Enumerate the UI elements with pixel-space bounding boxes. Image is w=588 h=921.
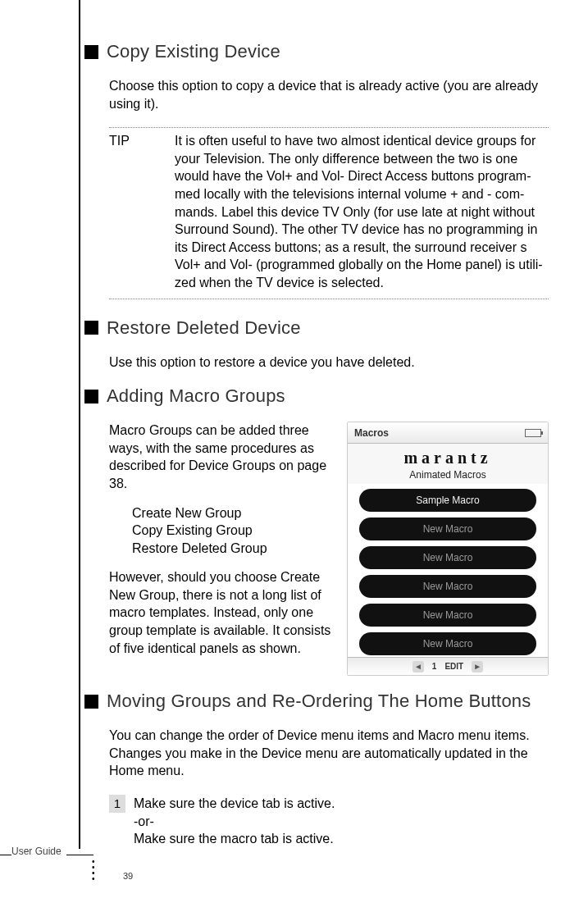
bullet-square-icon [84, 321, 98, 335]
section-body-restore: Use this option to restore a device you … [109, 353, 549, 372]
fig-button: New Macro [359, 575, 536, 598]
page-number: 39 [123, 871, 133, 881]
nav-left-icon: ◄ [413, 661, 424, 673]
section-heading-macro: Adding Macro Groups [84, 385, 549, 407]
manual-page: Copy Existing Device Choose this option … [0, 0, 588, 921]
device-screenshot: Macros marantz Animated Macros Sample Ma… [347, 422, 549, 676]
fig-titlebar: Macros [348, 422, 548, 444]
section-heading-moving: Moving Groups and Re-Ordering The Home B… [84, 691, 549, 712]
macro-p2: However, should you choose Create New Gr… [109, 568, 334, 657]
bullet-square-icon [84, 45, 98, 59]
fig-page-num: 1 [432, 662, 437, 671]
fig-button: New Macro [359, 546, 536, 569]
fig-edit-label: EDIT [444, 662, 463, 671]
step-line: Make sure the macro tab is active. [134, 830, 335, 848]
macro-two-column: Macro Groups can be added three ways, wi… [109, 422, 549, 676]
heading-text: Adding Macro Groups [107, 385, 285, 407]
macro-list: Create New Group Copy Existing Group Res… [132, 504, 334, 558]
macro-p1: Macro Groups can be added three ways, wi… [109, 422, 334, 492]
section-heading-copy: Copy Existing Device [84, 41, 549, 62]
list-item: Restore Deleted Group [132, 540, 334, 558]
step-line: Make sure the device tab is active. [134, 795, 335, 813]
list-item: Copy Existing Group [132, 522, 334, 540]
list-item: Create New Group [132, 504, 334, 522]
step-or: -or- [134, 813, 335, 831]
fig-button: New Macro [359, 604, 536, 627]
fig-button-list: Sample Macro New Macro New Macro New Mac… [348, 484, 548, 657]
fig-title: Macros [354, 427, 389, 439]
footer-label: User Guide [11, 846, 66, 857]
brand-logo: marantz [348, 449, 548, 467]
section-body-copy: Choose this option to copy a device that… [109, 77, 549, 112]
fig-button: Sample Macro [359, 489, 536, 512]
vertical-rule [79, 0, 80, 849]
step-number: 1 [109, 795, 125, 813]
macro-text-column: Macro Groups can be added three ways, wi… [109, 422, 334, 676]
heading-text: Copy Existing Device [107, 41, 280, 62]
footer-dots-icon: •••• [92, 859, 95, 882]
nav-right-icon: ► [472, 661, 483, 673]
heading-text: Restore Deleted Device [107, 317, 301, 339]
fig-button: New Macro [359, 517, 536, 540]
heading-text: Moving Groups and Re-Ordering The Home B… [107, 691, 531, 712]
tip-box: TIP It is often useful to have two almos… [109, 127, 549, 299]
bullet-square-icon [84, 695, 98, 709]
fig-bottombar: ◄ 1 EDIT ► [348, 657, 548, 675]
fig-brand: marantz Animated Macros [348, 444, 548, 484]
step-text: Make sure the device tab is active. -or-… [134, 795, 335, 848]
bullet-square-icon [84, 390, 98, 404]
fig-subtitle: Animated Macros [348, 469, 548, 481]
tip-label: TIP [109, 132, 175, 291]
section-body-moving: You can change the order of Device menu … [109, 727, 549, 780]
section-heading-restore: Restore Deleted Device [84, 317, 549, 339]
fig-button: New Macro [359, 632, 536, 655]
step-row: 1 Make sure the device tab is active. -o… [109, 795, 549, 848]
battery-icon [525, 429, 541, 437]
tip-text: It is often useful to have two almost id… [175, 132, 549, 291]
